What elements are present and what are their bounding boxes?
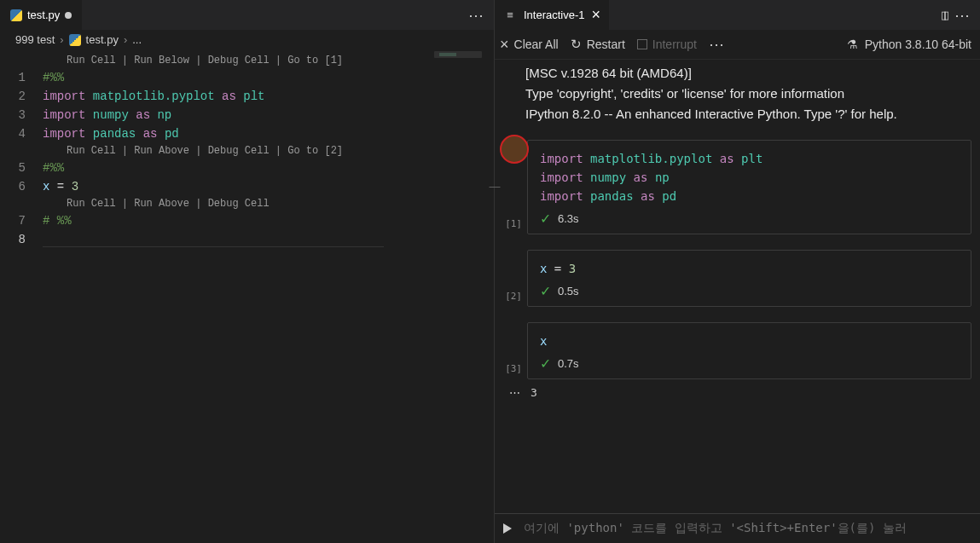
- more-actions-icon[interactable]: [709, 35, 724, 54]
- line-number: 7: [0, 211, 43, 230]
- line-number: 4: [0, 124, 43, 143]
- editor-panel: test.py 999 test › test.py › ... Run Cel…: [0, 0, 495, 543]
- restart-icon: [571, 37, 582, 52]
- cell-code: import matplotlib.pyplot as plt import n…: [528, 141, 971, 207]
- execution-time: 6.3s: [558, 212, 579, 225]
- python-icon: [69, 34, 81, 46]
- interactive-toolbar: Clear All Restart Interrupt Python 3.8.1…: [495, 30, 980, 60]
- line-number: 3: [0, 106, 43, 124]
- more-actions-icon[interactable]: [468, 6, 484, 25]
- cell-output: ⋯ 3: [496, 383, 971, 399]
- executed-cell[interactable]: [3] x ✓ 0.7s: [496, 322, 971, 379]
- modified-indicator-icon: [65, 12, 72, 19]
- interactive-panel: ≡ Interactive-1 Clear All Restart Interr…: [495, 0, 980, 543]
- executed-cell[interactable]: [1] import matplotlib.pyplot as plt impo…: [496, 140, 971, 234]
- breadcrumb-folder[interactable]: 999 test: [15, 33, 55, 46]
- codelens-link[interactable]: Run Cell | Run Below | Debug Cell | Go t…: [0, 53, 494, 68]
- breadcrumb-file[interactable]: test.py: [86, 33, 119, 46]
- chevron-right-icon: ›: [60, 33, 63, 46]
- clear-all-button[interactable]: Clear All: [500, 36, 559, 54]
- codelens-link[interactable]: Run Cell | Run Above | Debug Cell | Go t…: [0, 143, 494, 159]
- kernel-picker[interactable]: Python 3.8.10 64-bit: [847, 38, 971, 51]
- kernel-label: Python 3.8.10 64-bit: [865, 38, 971, 51]
- cell-index: [2]: [496, 291, 522, 307]
- cell-code: x = 3: [528, 251, 971, 280]
- code-input[interactable]: 여기에 'python' 코드를 입력하고 '<Shift>+Enter'을(를…: [524, 521, 907, 536]
- code-editor[interactable]: Run Cell | Run Below | Debug Cell | Go t…: [0, 53, 494, 543]
- close-icon[interactable]: [592, 6, 601, 24]
- check-icon: ✓: [540, 211, 551, 227]
- chevron-right-icon: ›: [124, 33, 127, 46]
- tab-title: test.py: [27, 9, 60, 21]
- execution-time: 0.5s: [558, 285, 579, 297]
- python-icon: [10, 9, 22, 21]
- cell-index: [1]: [496, 218, 522, 234]
- interactive-tab-bar: ≡ Interactive-1: [495, 0, 980, 30]
- restart-button[interactable]: Restart: [571, 37, 625, 52]
- cells-area[interactable]: [1] import matplotlib.pyplot as plt impo…: [495, 135, 980, 513]
- more-actions-icon[interactable]: [954, 6, 970, 25]
- codelens-link[interactable]: Run Cell | Run Above | Debug Cell: [0, 196, 494, 211]
- breadcrumb[interactable]: 999 test › test.py › ...: [0, 30, 494, 53]
- line-number: 5: [0, 159, 43, 177]
- check-icon: ✓: [540, 355, 551, 372]
- line-number: 2: [0, 87, 43, 106]
- cell-code: x: [528, 323, 971, 352]
- tab-title: Interactive-1: [524, 9, 585, 21]
- cell-status: ✓ 6.3s: [528, 207, 971, 234]
- cell-status: ✓ 0.7s: [528, 352, 971, 378]
- output-value: 3: [531, 386, 537, 399]
- executed-cell[interactable]: [2] x = 3 ✓ 0.5s: [496, 250, 971, 307]
- input-bar[interactable]: 여기에 'python' 코드를 입력하고 '<Shift>+Enter'을(를…: [495, 513, 980, 543]
- close-icon: [500, 36, 509, 54]
- interrupt-button[interactable]: Interrupt: [637, 38, 697, 51]
- marker-dot-icon: [500, 135, 529, 164]
- editor-tab[interactable]: test.py: [0, 0, 83, 30]
- line-number: 6: [0, 177, 43, 196]
- cell-status: ✓ 0.5s: [528, 280, 971, 306]
- execute-button[interactable]: [503, 523, 512, 534]
- breadcrumb-tail[interactable]: ...: [132, 33, 142, 46]
- check-icon: ✓: [540, 283, 551, 299]
- beaker-icon: [847, 38, 858, 51]
- interactive-tab[interactable]: ≡ Interactive-1: [495, 0, 609, 30]
- execution-time: 0.7s: [558, 357, 579, 370]
- output-more-icon[interactable]: ⋯: [496, 386, 522, 399]
- split-editor-icon[interactable]: [941, 9, 946, 21]
- cell-index: [3]: [496, 363, 522, 379]
- line-number: 8: [0, 230, 43, 249]
- line-number: 1: [0, 68, 43, 87]
- editor-tab-bar: test.py: [0, 0, 494, 30]
- interactive-icon: ≡: [503, 9, 517, 21]
- startup-banner: [MSC v.1928 64 bit (AMD64)] Type 'copyri…: [495, 60, 980, 135]
- stop-icon: [637, 39, 647, 49]
